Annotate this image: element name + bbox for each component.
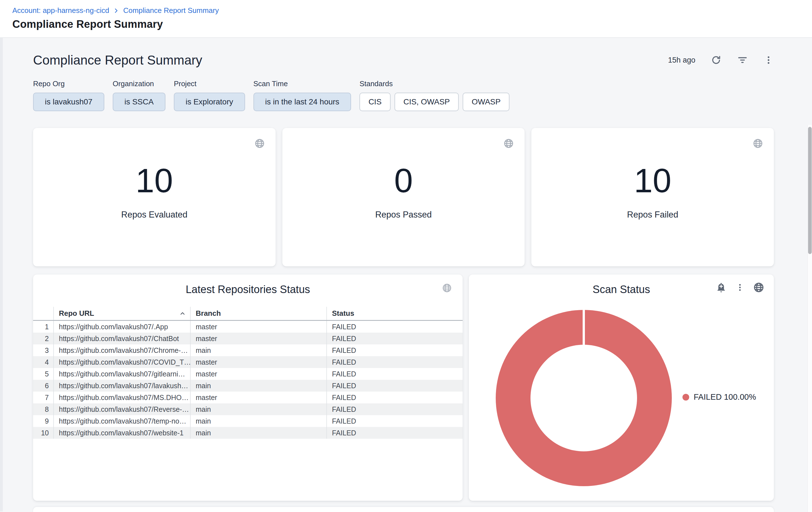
panel-more-options-button[interactable] <box>735 283 745 292</box>
tile-repos-evaluated: 10 Repos Evaluated <box>33 128 276 266</box>
filter-icon <box>737 54 748 66</box>
latest-repositories-status-card: Latest Repositories Status Repo URL Bran… <box>33 274 463 501</box>
column-header-branch[interactable]: Branch <box>190 307 326 320</box>
legend-item-failed[interactable]: FAILED 100.00% <box>683 393 756 402</box>
cell-branch: master <box>190 333 326 344</box>
row-index: 1 <box>33 321 53 333</box>
cell-branch: master <box>190 368 326 380</box>
table-row: 3 https://github.com/lavakush07/Chrome-…… <box>33 344 463 356</box>
stat-label: Repos Evaluated <box>121 210 187 220</box>
globe-icon[interactable] <box>503 138 514 149</box>
table-row: 2 https://github.com/lavakush07/ChatBot … <box>33 333 463 344</box>
alert-bell-icon <box>716 282 727 293</box>
table-body: 1 https://github.com/lavakush07/.App mas… <box>33 321 463 439</box>
stat-label: Repos Failed <box>627 210 678 220</box>
cell-branch: main <box>190 403 326 415</box>
standards-option-owasp[interactable]: OWASP <box>463 92 510 111</box>
row-index: 5 <box>33 368 53 380</box>
filter-chip-repo-org[interactable]: is lavakush07 <box>33 92 104 111</box>
cell-repo-url: https://github.com/lavakush07/ChatBot <box>53 333 190 344</box>
vertical-scrollbar-track[interactable] <box>808 125 812 512</box>
stat-value: 0 <box>394 164 413 197</box>
vertical-scrollbar-thumb[interactable] <box>808 127 812 254</box>
cell-branch: main <box>190 427 326 439</box>
filter-label: Organization <box>113 79 166 88</box>
scan-status-donut[interactable] <box>496 310 672 486</box>
standards-option-cis[interactable]: CIS <box>359 92 390 111</box>
table-row: 1 https://github.com/lavakush07/.App mas… <box>33 321 463 333</box>
cell-branch: master <box>190 356 326 368</box>
filter-group-repo-org: Repo Org is lavakush07 <box>33 79 104 111</box>
sort-ascending-icon <box>179 310 186 317</box>
tile-repos-passed: 0 Repos Passed <box>282 128 525 266</box>
stat-tiles-row: 10 Repos Evaluated 0 Repos Passed <box>33 128 774 266</box>
breadcrumb: Account: app-harness-ng-cicd Compliance … <box>12 6 812 15</box>
next-panel-sliver <box>33 507 774 512</box>
filter-label: Repo Org <box>33 79 104 88</box>
breadcrumb-account-link[interactable]: Account: app-harness-ng-cicd <box>12 6 109 15</box>
cell-branch: main <box>190 415 326 427</box>
globe-icon[interactable] <box>254 138 265 149</box>
filter-label: Project <box>174 79 245 88</box>
cell-status: FAILED <box>326 427 463 439</box>
column-header-status[interactable]: Status <box>326 307 463 320</box>
more-options-button[interactable] <box>763 55 774 65</box>
cell-status: FAILED <box>326 380 463 392</box>
dashboard-header: Compliance Report Summary 15h ago <box>33 53 774 68</box>
left-edge-strip <box>0 38 3 511</box>
create-alert-button[interactable] <box>716 282 727 293</box>
refresh-button[interactable] <box>710 54 722 66</box>
globe-icon[interactable] <box>753 282 764 293</box>
legend-color-dot <box>683 394 689 401</box>
standards-option-cis-owasp[interactable]: CIS, OWASP <box>395 92 459 111</box>
cell-repo-url: https://github.com/lavakush07/Reverse-… <box>53 403 190 415</box>
cell-branch: master <box>190 321 326 333</box>
scan-status-card: Scan Status FAILED 100.00% <box>469 274 774 501</box>
filter-label: Standards <box>359 79 510 88</box>
globe-icon[interactable] <box>753 138 763 149</box>
filter-label: Scan Time <box>254 79 351 88</box>
cell-repo-url: https://github.com/lavakush07/Chrome-… <box>53 344 190 356</box>
filter-bar: Repo Org is lavakush07 Organization is S… <box>33 79 774 111</box>
cell-repo-url: https://github.com/lavakush07/MS.DHO… <box>53 392 190 403</box>
table-header-row: Repo URL Branch Status <box>33 307 463 321</box>
table-row: 10 https://github.com/lavakush07/website… <box>33 427 463 439</box>
cell-status: FAILED <box>326 392 463 403</box>
stat-label: Repos Passed <box>375 210 432 220</box>
filter-group-organization: Organization is SSCA <box>113 79 166 111</box>
filter-group-project: Project is Exploratory <box>174 79 245 111</box>
table-row: 4 https://github.com/lavakush07/COVID_T…… <box>33 356 463 368</box>
row-index: 10 <box>33 427 53 439</box>
kebab-menu-icon <box>763 55 774 65</box>
refresh-icon <box>710 54 722 66</box>
table-row: 8 https://github.com/lavakush07/Reverse-… <box>33 403 463 415</box>
filter-chip-scan-time[interactable]: is in the last 24 hours <box>254 92 351 111</box>
last-updated-timestamp: 15h ago <box>668 56 695 64</box>
dashboard-title: Compliance Report Summary <box>33 53 202 68</box>
breadcrumb-current-link[interactable]: Compliance Report Summary <box>123 6 219 15</box>
cell-repo-url: https://github.com/lavakush07/gitlearni… <box>53 368 190 380</box>
cell-status: FAILED <box>326 403 463 415</box>
filter-chip-project[interactable]: is Exploratory <box>174 92 245 111</box>
cell-status: FAILED <box>326 321 463 333</box>
table-row: 6 https://github.com/lavakush07/lavakush… <box>33 380 463 392</box>
cell-branch: master <box>190 392 326 403</box>
filter-group-standards: Standards CIS CIS, OWASP OWASP <box>359 79 510 111</box>
filter-button[interactable] <box>737 54 748 66</box>
filter-chip-organization[interactable]: is SSCA <box>113 92 166 111</box>
globe-icon[interactable] <box>442 283 452 293</box>
tile-repos-failed: 10 Repos Failed <box>531 128 774 266</box>
row-index: 7 <box>33 392 53 403</box>
cell-repo-url: https://github.com/lavakush07/temp-no… <box>53 415 190 427</box>
row-index: 9 <box>33 415 53 427</box>
cell-status: FAILED <box>326 368 463 380</box>
donut-slice-gap <box>583 310 585 346</box>
table-title: Latest Repositories Status <box>33 284 463 296</box>
column-header-repo-url[interactable]: Repo URL <box>53 307 190 320</box>
stat-value: 10 <box>634 164 671 197</box>
cell-status: FAILED <box>326 415 463 427</box>
cell-branch: main <box>190 380 326 392</box>
cell-repo-url: https://github.com/lavakush07/COVID_T… <box>53 356 190 368</box>
repositories-table: Repo URL Branch Status 1 https://github.… <box>33 307 463 439</box>
kebab-menu-icon <box>735 283 745 292</box>
